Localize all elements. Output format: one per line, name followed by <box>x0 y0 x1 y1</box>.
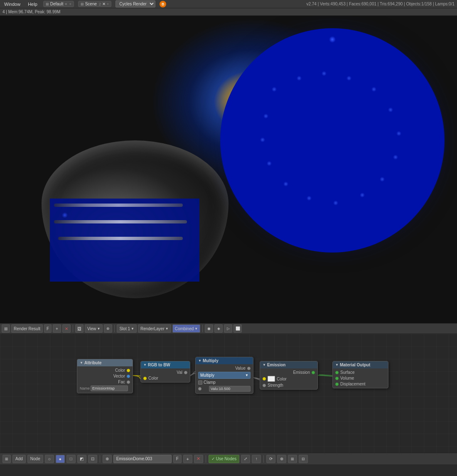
default-tab-close[interactable]: ✕ <box>64 2 68 6</box>
output-surface-row: Surface <box>335 370 386 375</box>
node-icon1[interactable]: ○ <box>45 455 54 463</box>
image-icon[interactable]: 🖼 <box>75 324 84 333</box>
scene-tab-label: Scene <box>85 2 97 6</box>
emission-strength-in-socket[interactable] <box>263 384 266 387</box>
memory-text: 4 | Mem:96.74M, Peak: 98.99M <box>2 10 60 14</box>
add-menu-btn[interactable]: Add <box>12 455 26 463</box>
node-tool1[interactable]: ⤢ <box>241 455 250 463</box>
output-node-header: ▼ Material Output <box>333 361 388 368</box>
rgb2bw-color-in-socket[interactable] <box>143 377 147 380</box>
node-tool4[interactable]: ⊕ <box>277 455 286 463</box>
bottom-viewport-icon[interactable]: ⊞ <box>2 455 11 463</box>
use-nodes-label: Use Nodes <box>216 456 236 461</box>
rgb2bw-node-body: Val Color <box>141 368 190 382</box>
render-layer-btn[interactable]: RenderLayer ▼ <box>138 324 171 333</box>
multiply-value-out-socket[interactable] <box>247 367 251 370</box>
memory-bar: 4 | Mem:96.74M, Peak: 98.99M <box>0 8 457 16</box>
sep2 <box>114 325 115 332</box>
node-tool5[interactable]: ⊞ <box>288 455 297 463</box>
output-triangle-icon: ▼ <box>335 363 339 367</box>
render-icon3[interactable]: ▷ <box>224 324 232 333</box>
render-icon1[interactable]: ◉ <box>205 324 213 333</box>
output-surface-socket[interactable] <box>335 371 339 374</box>
node-icon2[interactable]: ● <box>56 455 65 463</box>
bottom-sep3 <box>263 455 264 463</box>
clamp-checkbox[interactable] <box>198 380 202 385</box>
emission-color-swatch[interactable] <box>268 376 275 382</box>
attr-fac-socket[interactable] <box>127 380 130 384</box>
node-tool6[interactable]: ⊟ <box>299 455 308 463</box>
rgb2bw-color-in-label: Color <box>148 376 187 380</box>
attr-vector-socket[interactable] <box>127 375 130 378</box>
node-menu-btn[interactable]: Node <box>27 455 43 463</box>
rgb2bw-node-header: ▼ RGB to BW <box>141 361 190 368</box>
multiply-dropdown-label: Multiply <box>200 373 214 378</box>
multiply-value-in-row <box>198 386 251 392</box>
node-icon5[interactable]: ⊡ <box>88 455 97 463</box>
default-workspace-tab[interactable]: ⊞ Default ✕ + <box>43 1 74 7</box>
multiply-node-body: Value Multiply ▼ Clamp <box>196 364 253 393</box>
node-tool3[interactable]: ⟳ <box>266 455 275 463</box>
node-icon3[interactable]: □ <box>66 455 76 463</box>
window-menu[interactable]: Window <box>2 2 22 7</box>
attribute-node-header: ▼ Attribute <box>77 359 133 366</box>
rgb2bw-node: ▼ RGB to BW Val Color <box>140 361 190 383</box>
render-f-btn[interactable]: F <box>44 324 52 333</box>
viewport-icon-btn[interactable]: ⊞ <box>2 324 10 333</box>
render-x-btn[interactable]: ✕ <box>62 324 71 333</box>
attr-name-input[interactable] <box>91 385 128 391</box>
node-tool2[interactable]: ↑ <box>252 455 261 463</box>
help-menu[interactable]: Help <box>26 2 39 7</box>
sep3 <box>202 325 203 332</box>
combined-btn[interactable]: Combined ▼ <box>172 324 201 333</box>
material-output-node: ▼ Material Output Surface Volume Displac… <box>332 361 388 388</box>
node-icon6[interactable]: ⊕ <box>103 455 112 463</box>
attr-vector-label: Vector <box>80 374 125 378</box>
use-nodes-btn[interactable]: ✓ Use Nodes <box>209 455 239 463</box>
band-gems <box>50 199 199 282</box>
node-label: Node <box>30 456 40 461</box>
render-icon4[interactable]: ⬜ <box>233 324 242 333</box>
top-menu-bar: Window Help ⊞ Default ✕ + ⊞ Scene 2 ✕ + … <box>0 0 457 8</box>
scene-tab-close[interactable]: ✕ <box>102 2 106 6</box>
attr-color-socket[interactable] <box>127 369 130 372</box>
rgb2bw-color-in-row: Color <box>143 376 187 380</box>
bottom-sep2 <box>206 455 206 463</box>
output-displacement-socket[interactable] <box>335 383 339 386</box>
render-add-btn[interactable]: + <box>53 324 61 333</box>
render-viewport <box>0 16 457 323</box>
view-btn[interactable]: View ▼ <box>85 324 103 333</box>
render-icon2[interactable]: ◈ <box>214 324 223 333</box>
ring-stripe-3 <box>54 204 183 207</box>
material-f-btn[interactable]: F <box>173 455 182 463</box>
clamp-label: Clamp <box>204 380 216 385</box>
emission-node-title: Emission <box>267 363 285 367</box>
scene-workspace-tab[interactable]: ⊞ Scene 2 ✕ + <box>78 1 112 7</box>
emission-node-header: ▼ Emission <box>260 361 317 368</box>
rgb2bw-val-socket[interactable] <box>184 371 187 374</box>
material-name-field[interactable]: EmissionDome.003 <box>113 455 172 463</box>
multiply-val-in-socket[interactable] <box>198 387 201 390</box>
emission-strength-label: Strength <box>268 383 315 388</box>
node-icon4[interactable]: ◩ <box>77 455 86 463</box>
render-image <box>0 16 457 323</box>
material-add-btn[interactable]: + <box>183 455 192 463</box>
multiply-dropdown[interactable]: Multiply ▼ <box>198 372 251 379</box>
attr-color-label: Color <box>80 368 125 373</box>
output-surface-label: Surface <box>340 370 386 375</box>
output-volume-socket[interactable] <box>335 377 339 380</box>
attribute-vector-row: Vector <box>80 374 130 378</box>
multiply-node-title: Multiply <box>203 358 219 363</box>
slot-btn[interactable]: Slot 1 ▼ <box>117 324 137 333</box>
emission-color-label: Color <box>277 377 315 381</box>
emission-color-in-socket[interactable] <box>263 377 266 380</box>
emission-out-socket[interactable] <box>312 371 315 374</box>
material-x-btn[interactable]: ✕ <box>194 455 203 463</box>
multiply-value-input[interactable] <box>209 386 251 392</box>
output-node-title: Material Output <box>340 363 370 367</box>
view-zoom-btn[interactable]: ⊕ <box>104 324 112 333</box>
rgb2bw-node-title: RGB to BW <box>148 363 170 367</box>
renderer-select[interactable]: Cycles Render <box>115 0 155 7</box>
attribute-color-row: Color <box>80 368 130 373</box>
attribute-triangle-icon: ▼ <box>80 361 83 365</box>
